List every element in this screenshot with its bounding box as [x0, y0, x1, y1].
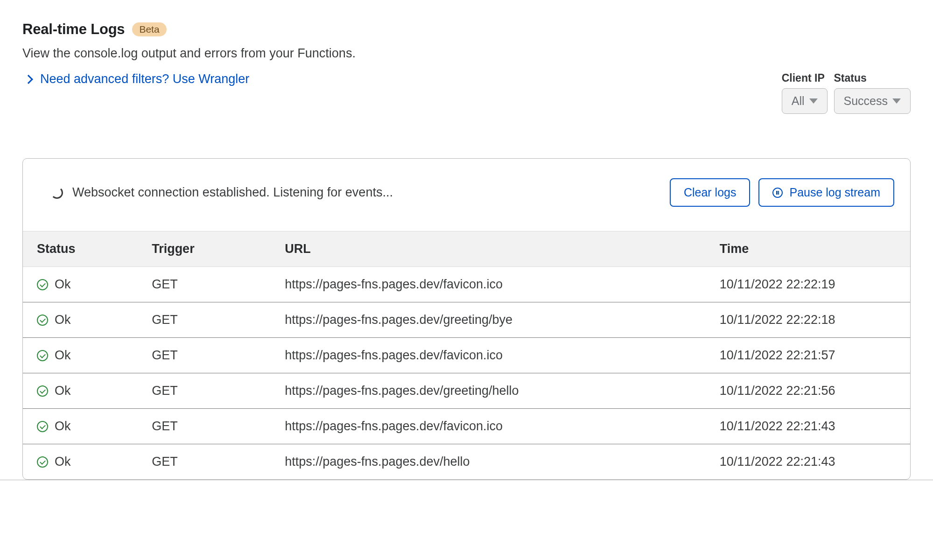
status-cell: Ok [37, 313, 142, 327]
status-cell: Ok [37, 384, 142, 398]
heading-row: Real-time Logs Beta [22, 21, 911, 38]
page-root: Real-time Logs Beta View the console.log… [0, 0, 933, 480]
table-header-row: Status Trigger URL Time [23, 231, 910, 267]
status-cell: Ok [37, 455, 142, 469]
pause-stream-label: Pause log stream [789, 186, 880, 199]
status-text: Ok [55, 455, 71, 469]
table-row[interactable]: OkGEThttps://pages-fns.pages.dev/greetin… [23, 373, 910, 409]
col-url-header: URL [280, 231, 715, 267]
beta-badge: Beta [132, 22, 166, 36]
page-subtitle: View the console.log output and errors f… [22, 46, 911, 61]
pause-stream-button[interactable]: Pause log stream [758, 178, 894, 207]
logs-panel: Websocket connection established. Listen… [22, 158, 911, 480]
caret-down-icon [809, 98, 818, 104]
status-text: Ok [55, 313, 71, 327]
spinner-icon [51, 187, 63, 199]
url-cell: https://pages-fns.pages.dev/greeting/hel… [280, 373, 715, 409]
chevron-right-icon [24, 75, 33, 84]
panel-top: Websocket connection established. Listen… [23, 159, 910, 231]
status-filter-value: Success [844, 94, 888, 108]
client-ip-label: Client IP [782, 72, 828, 84]
check-circle-icon [37, 350, 48, 361]
trigger-cell: GET [147, 373, 280, 409]
connection-status: Websocket connection established. Listen… [51, 185, 393, 200]
status-text: Ok [55, 384, 71, 398]
connection-status-text: Websocket connection established. Listen… [72, 185, 393, 200]
client-ip-value: All [792, 94, 805, 108]
table-row[interactable]: OkGEThttps://pages-fns.pages.dev/favicon… [23, 267, 910, 302]
logs-table: Status Trigger URL Time OkGEThttps://pag… [23, 231, 910, 479]
col-trigger-header: Trigger [147, 231, 280, 267]
check-circle-icon [37, 279, 48, 290]
url-cell: https://pages-fns.pages.dev/favicon.ico [280, 409, 715, 444]
trigger-cell: GET [147, 338, 280, 373]
client-ip-dropdown[interactable]: All [782, 88, 828, 114]
clear-logs-label: Clear logs [684, 186, 737, 199]
url-cell: https://pages-fns.pages.dev/greeting/bye [280, 302, 715, 338]
url-cell: https://pages-fns.pages.dev/hello [280, 444, 715, 480]
caret-down-icon [892, 98, 901, 104]
status-cell: Ok [37, 277, 142, 292]
status-text: Ok [55, 348, 71, 363]
url-cell: https://pages-fns.pages.dev/favicon.ico [280, 338, 715, 373]
advanced-filters-label: Need advanced filters? Use Wrangler [40, 72, 249, 86]
filters-row: Need advanced filters? Use Wrangler Clie… [22, 72, 911, 114]
status-text: Ok [55, 419, 71, 434]
status-cell: Ok [37, 419, 142, 434]
client-ip-col: Client IP All [782, 72, 828, 114]
status-col: Status Success [834, 72, 911, 114]
time-cell: 10/11/2022 22:22:19 [715, 267, 910, 302]
table-row[interactable]: OkGEThttps://pages-fns.pages.dev/favicon… [23, 338, 910, 373]
page-title: Real-time Logs [22, 21, 125, 38]
panel-actions: Clear logs Pause log stream [670, 178, 894, 207]
table-row[interactable]: OkGEThttps://pages-fns.pages.dev/favicon… [23, 409, 910, 444]
status-text: Ok [55, 277, 71, 292]
url-cell: https://pages-fns.pages.dev/favicon.ico [280, 267, 715, 302]
dropdown-group: Client IP All Status Success [782, 72, 911, 114]
time-cell: 10/11/2022 22:21:56 [715, 373, 910, 409]
check-circle-icon [37, 385, 48, 397]
col-status-header: Status [23, 231, 147, 267]
clear-logs-button[interactable]: Clear logs [670, 178, 751, 207]
pause-icon [772, 188, 783, 198]
time-cell: 10/11/2022 22:21:43 [715, 444, 910, 480]
status-dropdown[interactable]: Success [834, 88, 911, 114]
check-circle-icon [37, 421, 48, 432]
trigger-cell: GET [147, 302, 280, 338]
check-circle-icon [37, 315, 48, 326]
time-cell: 10/11/2022 22:21:57 [715, 338, 910, 373]
time-cell: 10/11/2022 22:21:43 [715, 409, 910, 444]
time-cell: 10/11/2022 22:22:18 [715, 302, 910, 338]
check-circle-icon [37, 456, 48, 468]
table-row[interactable]: OkGEThttps://pages-fns.pages.dev/hello10… [23, 444, 910, 480]
status-cell: Ok [37, 348, 142, 363]
status-filter-label: Status [834, 72, 911, 84]
advanced-filters-link[interactable]: Need advanced filters? Use Wrangler [22, 72, 249, 86]
trigger-cell: GET [147, 444, 280, 480]
col-time-header: Time [715, 231, 910, 267]
trigger-cell: GET [147, 409, 280, 444]
trigger-cell: GET [147, 267, 280, 302]
table-row[interactable]: OkGEThttps://pages-fns.pages.dev/greetin… [23, 302, 910, 338]
